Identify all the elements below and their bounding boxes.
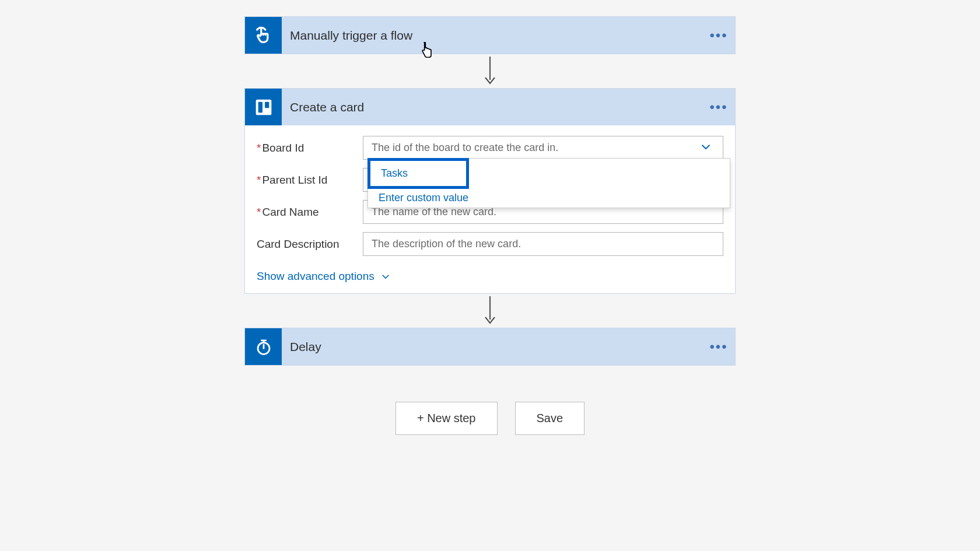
svg-rect-2 (258, 101, 262, 113)
svg-rect-1 (256, 99, 271, 115)
show-advanced-toggle[interactable]: Show advanced options (257, 270, 723, 283)
save-button[interactable]: Save (515, 402, 585, 435)
parent-list-label: *Parent List Id (257, 174, 363, 187)
manual-trigger-icon (245, 17, 282, 54)
connector-arrow (244, 296, 736, 325)
chevron-down-icon (380, 271, 391, 282)
more-icon[interactable]: ••• (702, 27, 735, 44)
svg-rect-3 (265, 101, 269, 108)
board-id-dropdown: Tasks Enter custom value (368, 158, 730, 208)
more-icon[interactable]: ••• (702, 99, 735, 115)
chevron-down-icon (699, 140, 712, 156)
board-id-label: *Board Id (257, 142, 363, 155)
timer-icon (245, 328, 282, 365)
card-desc-input[interactable]: The description of the new card. (363, 232, 723, 256)
more-icon[interactable]: ••• (702, 339, 735, 355)
card-name-label: *Card Name (257, 206, 363, 219)
delay-title: Delay (282, 340, 702, 354)
dropdown-option-tasks[interactable]: Tasks (368, 158, 469, 189)
create-card-header[interactable]: Create a card ••• (245, 89, 735, 125)
card-desc-label: Card Description (257, 238, 363, 251)
trigger-step[interactable]: Manually trigger a flow ••• (244, 16, 736, 54)
create-card-title: Create a card (282, 100, 702, 114)
create-card-step: Create a card ••• *Board Id The id of th… (244, 88, 736, 294)
new-step-button[interactable]: + New step (396, 402, 498, 435)
board-id-select[interactable]: The id of the board to create the card i… (363, 136, 723, 160)
trigger-title: Manually trigger a flow (282, 29, 702, 43)
connector-arrow (244, 57, 736, 86)
dropdown-option-custom[interactable]: Enter custom value (368, 188, 730, 208)
delay-step[interactable]: Delay ••• (244, 328, 736, 366)
trello-icon (245, 89, 282, 125)
